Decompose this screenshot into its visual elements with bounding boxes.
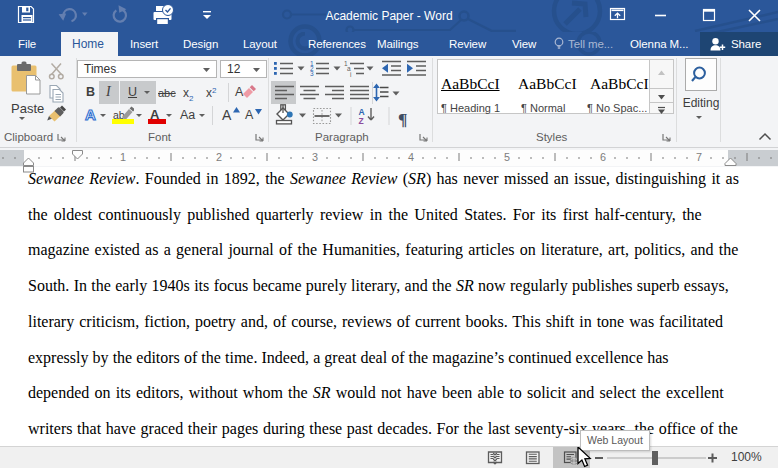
svg-text:3: 3 <box>310 70 314 77</box>
svg-text:A: A <box>359 107 365 117</box>
svg-text:7: 7 <box>696 151 702 163</box>
svg-text:3: 3 <box>312 151 318 163</box>
svg-text:i: i <box>350 71 351 78</box>
svg-text:5: 5 <box>504 151 510 163</box>
svg-text:6: 6 <box>600 151 606 163</box>
svg-text:¶: ¶ <box>398 109 407 129</box>
svg-text:1: 1 <box>120 151 126 163</box>
svg-text:2: 2 <box>216 151 222 163</box>
svg-text:Z: Z <box>359 116 364 126</box>
svg-text:4: 4 <box>408 151 414 163</box>
